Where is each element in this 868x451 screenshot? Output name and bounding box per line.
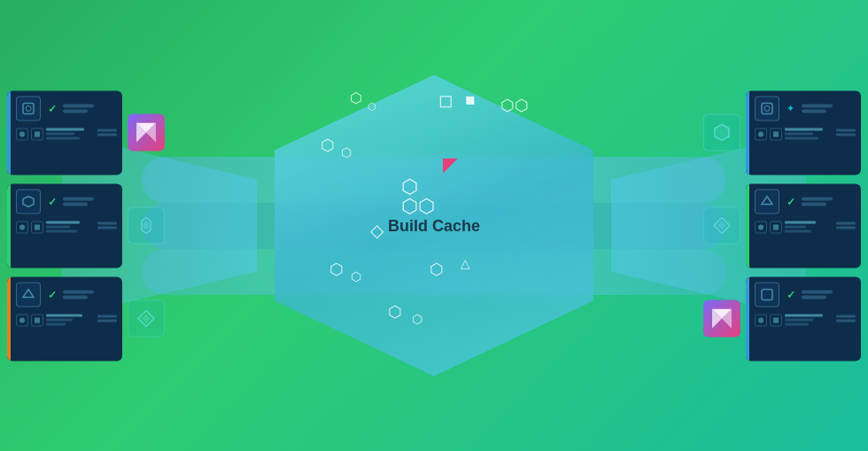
- card-bars-1: [46, 128, 94, 140]
- card-r-right-side-2: [836, 189, 856, 262]
- card-r-top-2: ✓: [755, 189, 833, 214]
- card-r-text-line-1a: [802, 104, 833, 107]
- card-text-3: [63, 290, 94, 299]
- card-right-lines-3: [97, 315, 117, 323]
- hex-icon-r1: [713, 124, 731, 142]
- card-text-2: [63, 197, 94, 206]
- card-mini-3b: [31, 314, 43, 326]
- card-right-lines-2: [97, 222, 117, 229]
- card-r-bottom-1: [755, 128, 833, 140]
- card-top-2: ✓: [16, 189, 94, 214]
- card-r-right-line-1a: [836, 129, 856, 132]
- card-right-side-3: [97, 282, 117, 355]
- card-bar-2b: [46, 226, 70, 229]
- card-r-bar-1b: [785, 133, 813, 136]
- card-main-2: ✓: [12, 189, 94, 262]
- svg-point-19: [758, 131, 763, 136]
- card-r-top-1: ✦: [755, 96, 833, 121]
- card-mini-svg-2b: [33, 222, 42, 231]
- card-left-item-2: ✓: [7, 183, 165, 268]
- card-r-top-3: ✓: [755, 282, 833, 307]
- svg-point-18: [764, 105, 770, 111]
- card-icon-svg-3: [21, 287, 35, 301]
- card-right-line-1b: [97, 134, 117, 136]
- card-right-side-2: [97, 189, 117, 262]
- card-r-text-line-2a: [802, 197, 833, 200]
- card-bar-3b: [46, 319, 73, 322]
- card-left-2: ✓: [7, 183, 122, 268]
- card-r-bar-2a: [785, 222, 816, 224]
- card-right-line-2b: [97, 227, 117, 229]
- svg-rect-14: [35, 317, 40, 323]
- card-r-bottom-3: [755, 314, 833, 326]
- card-right-item-1: ✦: [703, 90, 861, 175]
- hex-container: ⬡ ⬡ ◻ ◼ ⬡⬡ ⬡ ⬡ ◤ ⬡⬡⬡ ◇ ⬡ ⬡ ⬡ △ ⬡ ⬡ Build…: [275, 75, 593, 377]
- card-r-right-line-3b: [836, 320, 856, 323]
- svg-point-23: [758, 224, 763, 229]
- card-bottom-3: [16, 314, 94, 326]
- card-bar-3c: [46, 323, 66, 326]
- card-check-3: ✓: [48, 288, 57, 300]
- card-right-1: ✦: [746, 90, 861, 175]
- card-r-text-line-2b: [802, 202, 826, 206]
- card-mini-2a: [16, 221, 28, 233]
- cards-left-group: ✓: [7, 90, 165, 361]
- svg-marker-22: [762, 196, 772, 204]
- card-icon-svg-2: [21, 194, 35, 208]
- card-left-1: ✓: [7, 90, 122, 175]
- card-r-mini-2a: [755, 221, 767, 233]
- card-r-right-line-3a: [836, 315, 856, 318]
- card-r-bar-3a: [785, 315, 823, 317]
- svg-point-8: [19, 224, 25, 229]
- card-r-text-2: [802, 197, 833, 206]
- build-cache-label: Build Cache: [388, 216, 480, 235]
- card-mini-svg-1b: [33, 129, 42, 138]
- svg-rect-0: [23, 103, 34, 113]
- card-mini-3a: [16, 314, 28, 326]
- card-r-bars-3: [785, 315, 833, 326]
- card-bar-1a: [46, 128, 84, 131]
- svg-point-1: [26, 105, 31, 111]
- card-bar-1b: [46, 133, 74, 136]
- card-text-line-2b: [63, 202, 88, 206]
- card-mini-svg-3a: [18, 315, 27, 324]
- card-icon-box-3: [16, 282, 41, 307]
- kotlin-logo: [136, 123, 156, 143]
- card-right-3: ✓: [746, 276, 861, 361]
- card-right-side-1: [97, 96, 117, 169]
- cluster-icon: [136, 216, 156, 236]
- card-accent-1: [7, 90, 11, 175]
- card-r-mini-svg-2b: [771, 222, 780, 231]
- card-r-right-lines-1: [836, 129, 856, 136]
- card-left-item-3: ✓: [7, 276, 165, 361]
- card-r-icon-box-1: [755, 96, 779, 121]
- card-bar-2a: [46, 222, 80, 224]
- svg-rect-3: [35, 131, 40, 136]
- card-r-icon-box-3: [755, 282, 779, 307]
- card-text-line-3b: [63, 295, 88, 299]
- card-check-2: ✓: [48, 195, 57, 207]
- card-check-r-2: ✓: [787, 195, 795, 207]
- card-main-3: ✓: [12, 282, 94, 355]
- card-r-bars-2: [785, 222, 833, 233]
- card-r-right-line-1b: [836, 134, 856, 136]
- card-r-mini-svg-2a: [756, 222, 765, 231]
- card-bars-2: [46, 222, 94, 233]
- card-check-1: ✓: [48, 102, 57, 114]
- svg-marker-12: [23, 289, 34, 297]
- card-r-mini-svg-3b: [771, 315, 780, 324]
- card-mini-2b: [31, 221, 43, 233]
- badge-diamond-right-2: [703, 207, 740, 245]
- card-left-3: ✓: [7, 276, 122, 361]
- card-r-main-1: ✦: [751, 96, 833, 169]
- card-r-bar-3c: [785, 323, 809, 326]
- card-text-line-3a: [63, 290, 94, 293]
- card-r-text-line-3b: [802, 295, 826, 299]
- card-r-mini-1b: [770, 128, 782, 140]
- card-r-icon-svg-3: [760, 287, 774, 301]
- svg-marker-21: [715, 125, 729, 141]
- card-r-icon-svg-1: [760, 101, 774, 115]
- card-r-right-lines-3: [836, 315, 856, 323]
- diamond-icon-left: [137, 310, 155, 328]
- svg-rect-24: [773, 224, 779, 229]
